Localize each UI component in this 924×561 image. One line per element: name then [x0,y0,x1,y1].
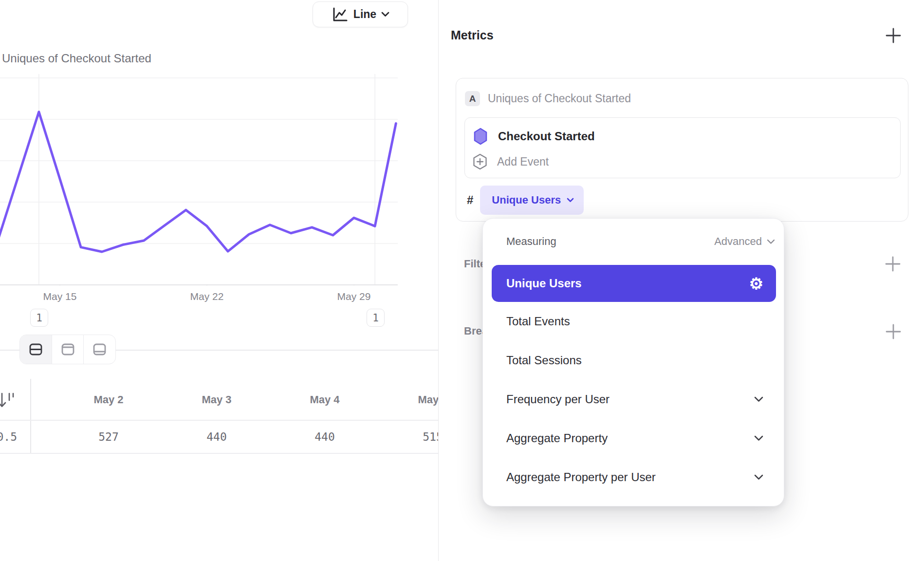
table-column-divider [30,379,31,453]
advanced-label: Advanced [714,235,762,248]
dropdown-item-aggregate-property[interactable]: Aggregate Property [492,419,776,458]
line-chart-svg [0,73,438,285]
table-value-cell: 440 [163,420,271,453]
bottom-bar-view-icon [92,342,107,357]
gear-icon[interactable]: ⚙ [749,276,763,292]
dropdown-item-frequency-per-user[interactable]: Frequency per User [492,380,776,419]
line-chart-icon [331,6,349,23]
dropdown-item-total-sessions[interactable]: Total Sessions [492,341,776,380]
add-filter-button[interactable] [884,255,902,273]
measurement-pill-label: Unique Users [492,194,561,206]
measuring-dropdown-header: Measuring Advanced [506,235,775,248]
page-badge-left[interactable]: 1 [30,309,48,327]
table-row-label: 0.5 [0,420,17,453]
table-header-cell: May 3 [163,380,271,420]
page-badge-right[interactable]: 1 [367,309,385,327]
metric-card: A Uniques of Checkout Started Checkout S… [456,78,908,222]
dropdown-item-label: Aggregate Property [506,431,608,445]
table-row-border [0,453,438,454]
table-header-cell: May 4 [271,380,379,420]
chevron-down-icon [754,435,763,441]
top-bar-view-icon [60,342,75,357]
measurement-pill-button[interactable]: Unique Users [480,186,584,215]
chevron-down-icon [567,198,574,203]
event-selector[interactable]: Checkout Started [474,125,595,148]
dropdown-item-total-events[interactable]: Total Events [492,302,776,341]
chart-title: Uniques of Checkout Started [2,52,151,65]
metric-card-header[interactable]: A Uniques of Checkout Started [465,91,631,106]
add-metric-button[interactable] [885,27,902,44]
metrics-panel: Metrics A Uniques of Checkout Started Ch… [438,0,924,561]
advanced-selector[interactable]: Advanced [714,235,775,248]
event-name: Checkout Started [498,130,595,143]
table-value-cell: 515 [379,420,438,453]
metric-card-label: Uniques of Checkout Started [488,92,631,105]
metrics-heading: Metrics [451,28,494,42]
table-value-cell: 527 [55,420,163,453]
dropdown-item-label: Unique Users [506,277,582,290]
x-axis-tick-label: May 22 [190,291,224,302]
sort-descending-icon[interactable] [0,390,17,410]
measuring-dropdown: Measuring Advanced Unique Users ⚙ Total … [482,218,784,506]
measurement-row: # Unique Users [467,186,584,215]
table-header-cell: May 2 [55,380,163,420]
event-card: Checkout Started Add Event [464,117,901,178]
add-event-button[interactable]: Add Event [473,150,549,173]
chevron-down-icon [754,474,763,480]
split-view-icon [28,342,43,357]
add-event-hexagon-icon [473,153,487,170]
dropdown-item-label: Total Sessions [506,354,582,367]
add-event-label: Add Event [497,155,549,168]
chart-panel: Line Uniques of Checkout Started May 15M… [0,0,438,561]
x-axis-tick-label: May 15 [43,291,77,302]
table-header-cell: May 5 [379,380,438,420]
layout-toggle-group [19,335,116,364]
dropdown-item-label: Frequency per User [506,393,610,406]
layout-chart-only-button[interactable] [52,335,84,364]
layout-split-button[interactable] [20,335,52,364]
dropdown-item-label: Aggregate Property per User [506,470,656,484]
dropdown-item-label: Total Events [506,315,570,328]
chart-type-label: Line [353,8,376,21]
chevron-down-icon [767,239,775,244]
dropdown-item-unique-users[interactable]: Unique Users ⚙ [492,265,776,302]
chevron-down-icon [381,12,389,17]
chevron-down-icon [754,396,763,402]
measuring-label: Measuring [506,235,556,248]
add-breakdown-button[interactable] [885,323,902,340]
measure-symbol: # [467,193,473,207]
x-axis-tick-label: May 29 [337,291,371,302]
chart-type-button[interactable]: Line [313,1,408,27]
layout-table-only-button[interactable] [83,335,115,364]
event-hexagon-icon [474,128,487,145]
table-value-cell: 440 [271,420,379,453]
metric-letter-badge: A [465,91,480,106]
dropdown-item-aggregate-property-per-user[interactable]: Aggregate Property per User [492,458,776,497]
